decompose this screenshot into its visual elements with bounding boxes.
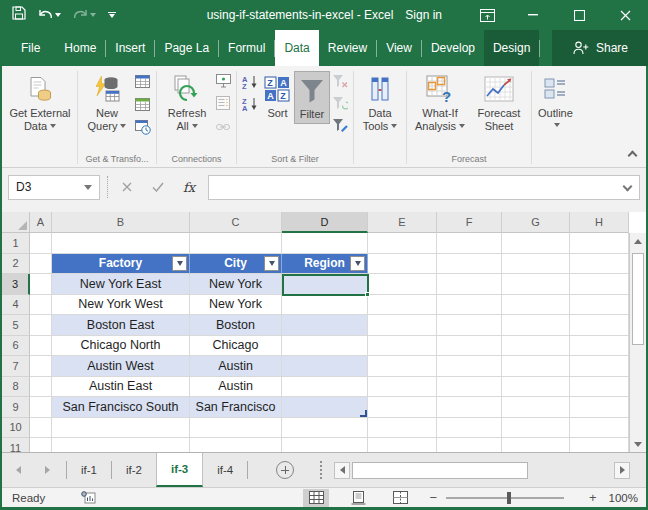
horizontal-scrollbar[interactable] [334,453,630,487]
cell-b8[interactable]: Austin East [52,377,190,398]
cell[interactable] [30,233,52,254]
properties-button[interactable] [216,96,231,114]
column-header-d-selected[interactable]: D [282,212,368,233]
forecast-sheet-button[interactable]: Forecast Sheet [470,71,528,135]
cell[interactable] [502,233,570,254]
row-header-1[interactable]: 1 [2,233,30,254]
cell[interactable] [368,233,437,254]
save-button[interactable] [12,6,26,24]
data-tools-button[interactable]: Data Tools [357,71,403,135]
redo-button[interactable] [73,9,96,21]
get-external-data-button[interactable]: Get External Data [6,71,74,135]
cell-b9[interactable]: San Francisco South [52,397,190,418]
cell[interactable] [570,254,629,275]
recent-sources-button[interactable] [135,120,151,139]
table-header-factory[interactable]: Factory [52,254,190,275]
edit-links-button[interactable] [216,118,231,136]
tab-review[interactable]: Review [319,30,376,66]
sign-in-button[interactable]: Sign in [395,8,464,22]
table-header-region[interactable]: Region [282,254,368,275]
cell[interactable] [368,274,437,295]
cell-d7[interactable] [282,356,368,377]
outline-button[interactable]: Outline [535,71,576,129]
vertical-scrollbar-thumb[interactable] [632,253,644,345]
cell-c9[interactable]: San Francisco [190,397,282,418]
insert-function-button[interactable]: fx [177,175,201,200]
row-header-11[interactable]: 11 [2,438,30,452]
row-header-5[interactable]: 5 [2,315,30,336]
name-box-dropdown-icon[interactable] [84,185,92,190]
cell[interactable] [502,356,570,377]
enter-button[interactable] [146,175,170,200]
table-header-city[interactable]: City [190,254,282,275]
cell-c6[interactable]: Chicago [190,336,282,357]
cell[interactable] [282,418,368,439]
cell-c7[interactable]: Austin [190,356,282,377]
formula-input[interactable] [208,175,640,200]
cell[interactable] [502,254,570,275]
cell[interactable] [368,254,437,275]
share-button[interactable]: Share [552,30,648,66]
cell-b7[interactable]: Austin West [52,356,190,377]
collapse-ribbon-button[interactable] [628,151,638,161]
customize-qat-button[interactable] [108,12,116,19]
cell[interactable] [502,295,570,316]
cell-b6[interactable]: Chicago North [52,336,190,357]
cell[interactable] [368,336,437,357]
cell[interactable] [437,356,502,377]
reapply-filter-button[interactable] [332,96,348,114]
name-box[interactable]: D3 [8,175,100,200]
row-header-7[interactable]: 7 [2,356,30,377]
tab-home[interactable]: Home [55,30,105,66]
scroll-up-button[interactable] [630,233,646,249]
column-header-h[interactable]: H [570,212,629,233]
row-header-4[interactable]: 4 [2,295,30,316]
tab-insert[interactable]: Insert [106,30,154,66]
cell[interactable] [570,418,629,439]
cell[interactable] [30,315,52,336]
page-layout-view-button[interactable] [345,489,371,507]
cell[interactable] [368,356,437,377]
cell[interactable] [52,438,190,452]
cell[interactable] [437,377,502,398]
tab-data-active[interactable]: Data [275,30,318,66]
row-header-9[interactable]: 9 [2,397,30,418]
cell[interactable] [570,397,629,418]
column-header-g[interactable]: G [502,212,570,233]
cell[interactable] [368,397,437,418]
sort-descending-button[interactable]: ZA [242,97,259,115]
advanced-filter-button[interactable] [332,118,348,136]
tab-formulas[interactable]: Formul [219,30,274,66]
show-queries-button[interactable] [135,74,151,93]
expand-formula-bar-icon[interactable] [623,181,633,191]
cell[interactable] [570,377,629,398]
cell[interactable] [368,315,437,336]
cell[interactable] [437,438,502,452]
cell[interactable] [30,397,52,418]
maximize-button[interactable] [556,0,602,30]
cell[interactable] [30,295,52,316]
horizontal-scrollbar-thumb[interactable] [352,462,528,479]
sheet-nav-right-icon[interactable] [45,466,50,474]
connections-button[interactable] [216,74,231,92]
column-header-b[interactable]: B [52,212,190,233]
cell-d5[interactable] [282,315,368,336]
cell[interactable] [570,295,629,316]
column-header-f[interactable]: F [437,212,502,233]
cell[interactable] [437,397,502,418]
cell[interactable] [30,274,52,295]
cell-b4[interactable]: New York West [52,295,190,316]
cell[interactable] [502,418,570,439]
filter-button-active[interactable]: Filter [294,71,330,124]
cell[interactable] [368,377,437,398]
undo-button[interactable] [38,9,61,21]
cell-c4[interactable]: New York [190,295,282,316]
hscroll-left-button[interactable] [334,462,350,479]
cell[interactable] [30,254,52,275]
cell[interactable] [190,438,282,452]
filter-dropdown-button[interactable] [264,256,279,271]
cell[interactable] [368,295,437,316]
cell[interactable] [30,377,52,398]
row-header-6[interactable]: 6 [2,336,30,357]
tab-design[interactable]: Design [484,30,539,66]
